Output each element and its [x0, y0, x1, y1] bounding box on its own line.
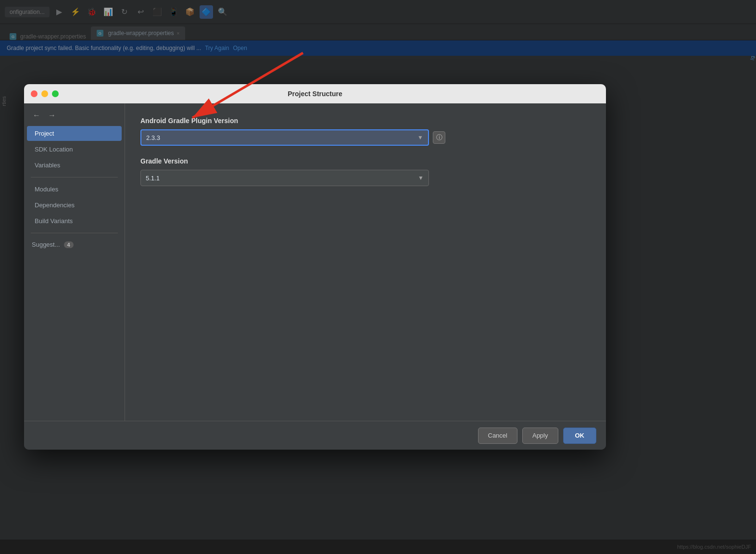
modal-titlebar: Project Structure	[24, 84, 606, 103]
nav-divider-2	[31, 233, 118, 233]
nav-back-button[interactable]: ←	[31, 110, 42, 121]
gradle-plugin-dropdown[interactable]: 2.3.3 ▼	[140, 129, 429, 146]
close-window-button[interactable]	[31, 90, 38, 97]
modal-left-panel: ← → Project SDK Location Variables Modul…	[24, 103, 125, 421]
gradle-version-dropdown[interactable]: 5.1.1 ▼	[140, 170, 429, 186]
gradle-plugin-row: 2.3.3 ▼ ⓘ	[140, 129, 591, 146]
modal-title: Project Structure	[288, 90, 342, 98]
modal-right-panel: Android Gradle Plugin Version 2.3.3 ▼ ⓘ …	[125, 103, 606, 421]
project-structure-dialog: Project Structure ← → Project SDK Locati…	[24, 84, 606, 450]
nav-item-sdk-location[interactable]: SDK Location	[27, 142, 122, 157]
modal-body: ← → Project SDK Location Variables Modul…	[24, 103, 606, 421]
nav-item-dependencies[interactable]: Dependencies	[27, 198, 122, 213]
gradle-plugin-dropdown-arrow: ▼	[417, 134, 423, 141]
nav-item-variables[interactable]: Variables	[27, 158, 122, 173]
cancel-button[interactable]: Cancel	[478, 428, 517, 444]
window-controls	[31, 90, 59, 97]
gradle-version-row: 5.1.1 ▼	[140, 170, 591, 186]
gradle-plugin-label: Android Gradle Plugin Version	[140, 117, 591, 125]
gradle-version-dropdown-arrow: ▼	[418, 175, 424, 181]
gradle-version-value: 5.1.1	[146, 175, 160, 182]
nav-forward-button[interactable]: →	[46, 110, 58, 121]
nav-item-modules[interactable]: Modules	[27, 182, 122, 197]
suggestions-badge: 4	[64, 241, 74, 248]
info-button[interactable]: ⓘ	[433, 131, 445, 144]
ok-button[interactable]: OK	[563, 428, 597, 444]
maximize-window-button[interactable]	[52, 90, 59, 97]
nav-divider	[31, 177, 118, 177]
nav-item-suggestions[interactable]: Suggest... 4	[24, 237, 125, 252]
minimize-window-button[interactable]	[41, 90, 48, 97]
gradle-plugin-value: 2.3.3	[146, 134, 160, 141]
nav-item-project[interactable]: Project	[27, 126, 122, 141]
nav-controls: ← →	[24, 108, 125, 126]
gradle-version-label: Gradle Version	[140, 157, 591, 165]
nav-item-build-variants[interactable]: Build Variants	[27, 214, 122, 228]
modal-footer: Cancel Apply OK	[24, 421, 606, 450]
apply-button[interactable]: Apply	[522, 428, 558, 444]
